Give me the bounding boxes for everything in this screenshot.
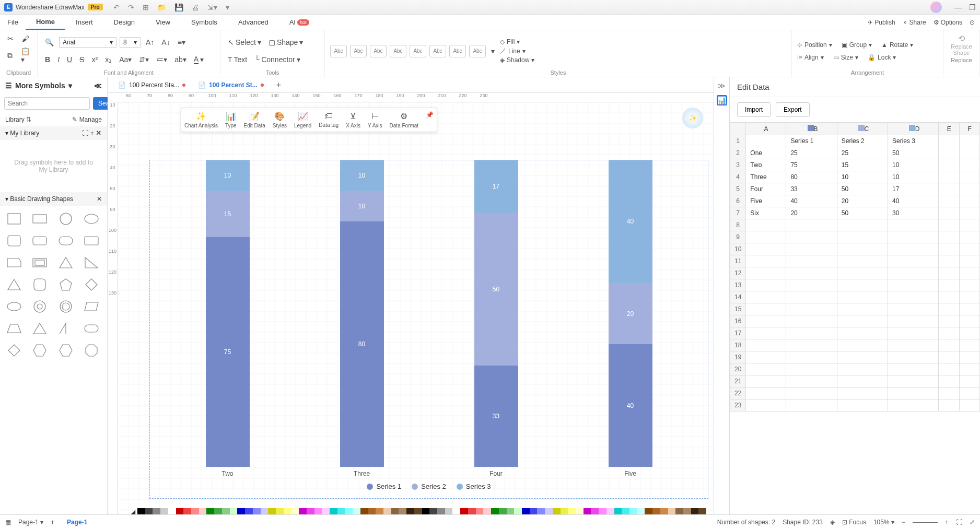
fullscreen-icon[interactable]: ⤢ xyxy=(970,519,975,526)
color-swatch[interactable] xyxy=(299,508,307,514)
shape-pentagon[interactable] xyxy=(56,276,76,293)
save-icon[interactable]: 💾 xyxy=(174,3,183,11)
redo-icon[interactable]: ↷ xyxy=(128,3,134,11)
style-preset[interactable]: Abc xyxy=(330,45,347,57)
shape-roundrect2[interactable] xyxy=(56,232,76,250)
strike-icon[interactable]: S xyxy=(77,54,86,65)
color-swatch[interactable] xyxy=(530,508,538,514)
manage-button[interactable]: ✎ Manage xyxy=(72,116,102,123)
segment-s3[interactable]: 17 xyxy=(474,160,518,213)
color-swatch[interactable] xyxy=(683,508,691,514)
menu-file[interactable]: File xyxy=(0,15,26,30)
shape-ring[interactable] xyxy=(56,298,76,315)
page-select[interactable]: Page-1 ▾ xyxy=(18,519,43,526)
subscript-icon[interactable]: x₂ xyxy=(103,54,114,65)
text-button[interactable]: T Text xyxy=(226,54,249,65)
legend-item[interactable]: Series 3 xyxy=(457,483,491,490)
color-swatch[interactable] xyxy=(576,508,584,514)
shape-button[interactable]: ▢ Shape▾ xyxy=(266,37,305,48)
color-swatch[interactable] xyxy=(230,508,238,514)
color-swatch[interactable] xyxy=(614,508,622,514)
shape-roundsq2[interactable] xyxy=(30,276,50,293)
color-swatch[interactable] xyxy=(445,508,453,514)
data-table[interactable]: ABCDEF1Series 1Series 2Series 32One25255… xyxy=(730,122,980,514)
color-swatch[interactable] xyxy=(314,508,322,514)
cell[interactable]: Three xyxy=(746,171,786,183)
publish-button[interactable]: ✈ Publish xyxy=(868,19,895,26)
color-swatch[interactable] xyxy=(483,508,491,514)
cell[interactable]: 50 xyxy=(888,147,939,159)
color-swatch[interactable] xyxy=(629,508,637,514)
shape-rect[interactable] xyxy=(30,210,50,228)
shape-line[interactable] xyxy=(56,320,76,337)
print-icon[interactable]: 🖨 xyxy=(192,3,199,11)
color-swatch[interactable] xyxy=(237,508,245,514)
color-swatch[interactable] xyxy=(476,508,484,514)
cell[interactable]: 40 xyxy=(786,195,837,207)
color-swatch[interactable] xyxy=(422,508,430,514)
color-swatch[interactable] xyxy=(606,508,614,514)
shape-snip[interactable] xyxy=(4,254,24,272)
color-swatch[interactable] xyxy=(183,508,191,514)
color-swatch[interactable] xyxy=(353,508,360,514)
color-swatch[interactable] xyxy=(206,508,214,514)
segment-s3[interactable]: 40 xyxy=(609,160,652,283)
library-label[interactable]: Library ⇅ xyxy=(5,116,31,123)
fill-button[interactable]: ◇ Fill▾ xyxy=(500,38,534,45)
cell[interactable]: 20 xyxy=(786,207,837,219)
my-library-header[interactable]: ▾ My Library ⛶ + ✕ xyxy=(0,126,107,140)
style-preset[interactable]: Abc xyxy=(469,45,486,57)
xaxis-button[interactable]: ⊻X Axis xyxy=(346,111,360,128)
font-color-icon[interactable]: A▾ xyxy=(192,54,206,65)
cell[interactable]: 30 xyxy=(888,207,939,219)
color-swatch[interactable] xyxy=(698,508,706,514)
shape-triangle3[interactable] xyxy=(4,276,24,293)
segment-s3[interactable]: 10 xyxy=(206,160,250,191)
style-preset[interactable]: Abc xyxy=(410,45,426,57)
cell[interactable]: 75 xyxy=(786,159,837,171)
mylib-dropzone[interactable]: Drag symbols here to add to My Library xyxy=(0,140,107,192)
page-tab[interactable]: Page-1 xyxy=(62,519,92,526)
add-tab-icon[interactable]: + xyxy=(271,80,286,90)
segment-s1[interactable]: 33 xyxy=(474,366,518,467)
cell[interactable]: Two xyxy=(746,159,786,171)
color-swatch[interactable] xyxy=(429,508,437,514)
menu-ai[interactable]: AIhot xyxy=(279,15,320,30)
menu-advanced[interactable]: Advanced xyxy=(228,15,279,30)
add-icon[interactable]: + xyxy=(90,130,94,137)
color-swatch[interactable] xyxy=(199,508,207,514)
segment-s1[interactable]: 75 xyxy=(206,237,250,467)
color-swatch[interactable] xyxy=(553,508,561,514)
shape-trapezoid[interactable] xyxy=(4,320,24,337)
bar-three[interactable]: 101080 xyxy=(340,160,384,467)
italic-icon[interactable]: I xyxy=(55,54,62,65)
chart[interactable]: 101575101080175033402040 TwoThreeFourFiv… xyxy=(149,160,708,499)
shape-diamond2[interactable] xyxy=(4,342,24,359)
shape-roundsquare[interactable] xyxy=(4,232,24,250)
spacing-icon[interactable]: ⇵▾ xyxy=(137,54,151,65)
color-swatch[interactable] xyxy=(383,508,391,514)
color-swatch[interactable] xyxy=(322,508,330,514)
shape-roundrect[interactable] xyxy=(30,232,50,250)
shape-diamond[interactable] xyxy=(81,276,101,293)
segment-s2[interactable]: 15 xyxy=(206,191,250,237)
color-swatch[interactable] xyxy=(376,508,383,514)
cell[interactable]: Series 2 xyxy=(837,135,888,147)
style-preset[interactable]: Abc xyxy=(390,45,406,57)
pin-icon[interactable]: 📌 xyxy=(426,111,434,128)
export-icon[interactable]: ⇲▾ xyxy=(207,3,217,11)
copy-icon[interactable]: ⧉ xyxy=(5,46,15,65)
color-swatch[interactable] xyxy=(345,508,353,514)
close-icon[interactable]: ✕ xyxy=(96,130,102,137)
color-swatch[interactable] xyxy=(253,508,261,514)
col-header[interactable]: C xyxy=(837,123,888,135)
color-swatch[interactable] xyxy=(360,508,368,514)
color-swatch[interactable] xyxy=(137,508,145,514)
yaxis-button[interactable]: ⊢Y Axis xyxy=(368,111,382,128)
format-painter-icon[interactable]: 🖌 xyxy=(20,33,31,44)
color-swatch[interactable] xyxy=(675,508,683,514)
color-swatch[interactable] xyxy=(468,508,476,514)
minimize-icon[interactable]: — xyxy=(954,3,962,11)
color-swatch[interactable] xyxy=(291,508,299,514)
options-button[interactable]: ⚙ Options xyxy=(934,19,962,26)
